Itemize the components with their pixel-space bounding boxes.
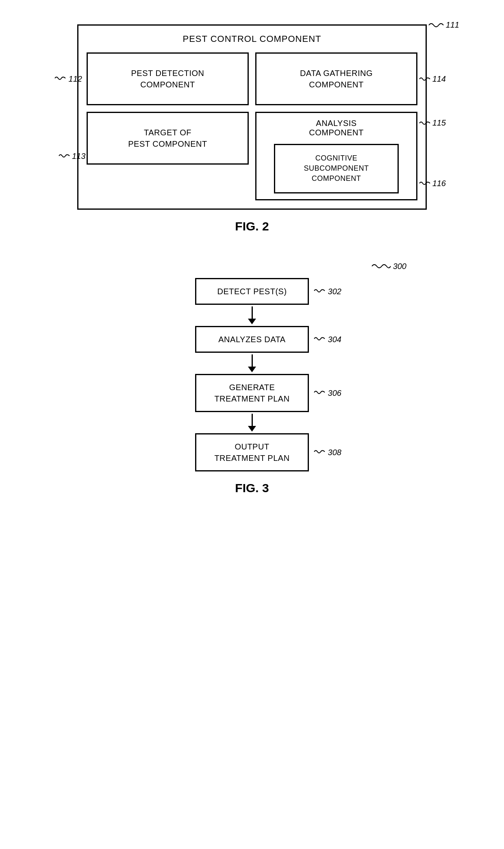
target-pest-label: TARGET OFPEST COMPONENT (128, 127, 207, 150)
analyzes-data-box: ANALYZES DATA (195, 326, 309, 353)
ref-302-label: 302 (313, 287, 341, 296)
ref-115-label: 115 (419, 118, 446, 128)
generate-treatment-box: GENERATETREATMENT PLAN (195, 374, 309, 412)
pest-control-title: PEST CONTROL COMPONENT (87, 34, 417, 44)
arrow-line-2 (252, 354, 253, 367)
pest-detection-label: PEST DETECTIONCOMPONENT (131, 67, 204, 90)
ref-113-label: 113 (58, 151, 85, 161)
arrow-head-2 (248, 367, 256, 372)
ref-308-label: 308 (313, 447, 341, 457)
cognitive-box: COGNITIVESUBCOMPONENTCOMPONENT (274, 144, 399, 193)
fig2-caption: FIG. 2 (69, 219, 435, 233)
arrow-head-1 (248, 319, 256, 324)
output-treatment-label: OUTPUTTREATMENT PLAN (214, 442, 289, 462)
ref-304-label: 304 (313, 334, 341, 344)
target-pest-wrapper: TARGET OFPEST COMPONENT 113 (87, 112, 249, 200)
step-analyzes-data: ANALYZES DATA 304 (195, 326, 309, 353)
ref-116-label: 116 (419, 179, 446, 188)
pest-control-outer-box: PEST CONTROL COMPONENT PEST DETECTIONCOM… (77, 24, 427, 210)
arrow-line-1 (252, 306, 253, 319)
data-gathering-box: DATA GATHERINGCOMPONENT (255, 52, 417, 105)
analysis-wrapper: ANALYSISCOMPONENT COGNITIVESUBCOMPONENTC… (255, 112, 417, 200)
ref-111-label: 111 (428, 20, 459, 30)
detect-pest-box: DETECT PEST(S) (195, 278, 309, 305)
step-generate-treatment: GENERATETREATMENT PLAN 306 (195, 374, 309, 412)
arrow-2 (248, 354, 256, 372)
analyzes-data-label: ANALYZES DATA (218, 335, 285, 344)
pest-detection-box: PEST DETECTIONCOMPONENT (87, 52, 249, 105)
data-gathering-label: DATA GATHERINGCOMPONENT (300, 67, 373, 90)
arrow-head-3 (248, 426, 256, 432)
target-pest-box: TARGET OFPEST COMPONENT (87, 112, 249, 165)
arrow-1 (248, 306, 256, 324)
analysis-title: ANALYSISCOMPONENT (309, 119, 364, 137)
step-detect-pest: DETECT PEST(S) 302 (195, 278, 309, 305)
output-treatment-box: OUTPUTTREATMENT PLAN (195, 433, 309, 471)
generate-treatment-label: GENERATETREATMENT PLAN (214, 383, 289, 403)
analysis-outer-box: ANALYSISCOMPONENT COGNITIVESUBCOMPONENTC… (255, 112, 417, 200)
cognitive-label: COGNITIVESUBCOMPONENTCOMPONENT (304, 154, 369, 182)
data-gathering-wrapper: DATA GATHERINGCOMPONENT 114 (255, 52, 417, 105)
ref-306-label: 306 (313, 388, 341, 397)
fig2-diagram: 111 PEST CONTROL COMPONENT PEST DETECTIO… (69, 24, 435, 250)
detect-pest-label: DETECT PEST(S) (217, 287, 287, 296)
pest-detection-wrapper: PEST DETECTIONCOMPONENT 112 (87, 52, 249, 105)
arrow-3 (248, 414, 256, 432)
ref-112-label: 112 (54, 74, 82, 84)
arrow-line-3 (252, 414, 253, 426)
fig3-caption: FIG. 3 (235, 481, 269, 495)
ref-300-label: 300 (371, 262, 406, 271)
ref-114-label: 114 (419, 74, 446, 84)
fig3-diagram: 300 DETECT PEST(S) 302 ANALYZES DATA 304 (130, 266, 374, 511)
step-output-treatment: OUTPUTTREATMENT PLAN 308 (195, 433, 309, 471)
